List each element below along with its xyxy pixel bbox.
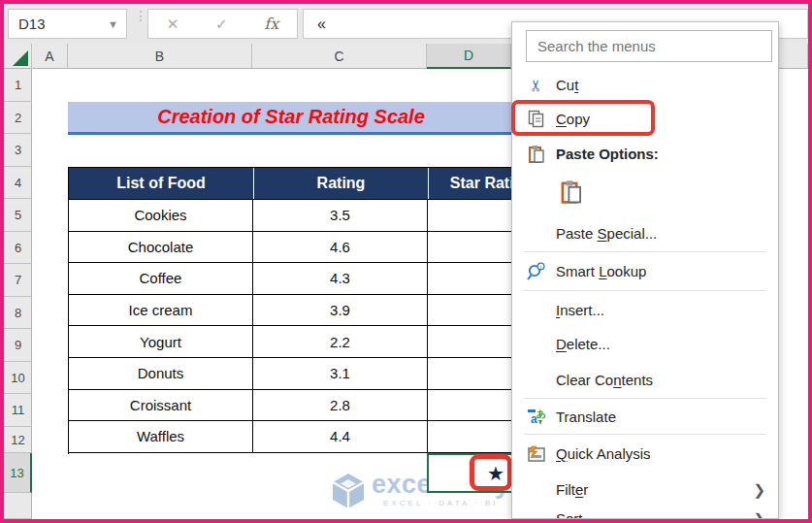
star-rating-cell[interactable] [428, 358, 515, 389]
row-header-11[interactable]: 11 [4, 394, 32, 427]
row-header-10[interactable]: 10 [4, 362, 32, 394]
food-rating-table: List of FoodRatingStar Rating Cookies3.5… [68, 167, 515, 454]
food-cell[interactable]: Croissant [69, 390, 253, 421]
exceldemy-logo-icon [331, 472, 366, 510]
menu-item-label: Cut [556, 77, 578, 93]
food-cell[interactable]: Yogurt [69, 326, 253, 357]
row-header-7[interactable]: 7 [4, 264, 32, 297]
food-cell[interactable]: Cookies [69, 200, 253, 231]
menu-item-label: Delete... [556, 336, 610, 352]
submenu-chevron-icon: ❯ [753, 510, 765, 520]
table-header-cell: Rating [253, 168, 428, 199]
rating-cell[interactable]: 4.3 [253, 263, 428, 294]
formula-bar-value: « [317, 16, 326, 33]
column-header-C[interactable]: C [252, 44, 427, 69]
menu-item-label: Clear Contents [556, 372, 653, 388]
smart-lookup-icon: i [522, 262, 551, 281]
column-header-A[interactable]: A [32, 44, 68, 69]
row-header-1[interactable]: 1 [4, 69, 32, 102]
rating-cell[interactable]: 3.5 [253, 200, 428, 231]
row-header-13[interactable]: 13 [4, 453, 32, 493]
watermark-tagline: EXCEL · DATA · BI [372, 499, 510, 507]
menu-item-translate[interactable]: aあTranslate [512, 400, 778, 434]
insert-function-icon[interactable]: fx [264, 15, 278, 33]
food-cell[interactable]: Ice cream [69, 295, 253, 326]
food-cell[interactable]: Waffles [69, 421, 253, 452]
menu-item-label: Translate [556, 409, 616, 425]
submenu-chevron-icon: ❯ [753, 481, 765, 499]
rating-cell[interactable]: 3.9 [253, 295, 428, 326]
menu-item-label: Paste Options: [556, 146, 659, 162]
menu-item-smart-lookup[interactable]: iSmart Lookup [512, 254, 778, 288]
menu-item-clear-contents[interactable]: Clear Contents [512, 363, 778, 397]
table-header-cell: Star Rating [428, 168, 515, 199]
menu-item-paste[interactable] [512, 174, 778, 211]
star-rating-cell[interactable] [428, 200, 515, 231]
name-box-value: D13 [18, 16, 46, 32]
menu-item-label: Filter [556, 481, 588, 498]
row-header-9[interactable]: 9 [4, 329, 32, 362]
star-rating-cell[interactable] [428, 263, 515, 294]
context-menu: ✂CutCopyPaste Options:Paste Special...iS… [511, 21, 779, 519]
column-header-D[interactable]: D [427, 44, 511, 69]
name-box-dropdown-icon[interactable]: ▼ [108, 18, 118, 30]
sheet-title: Creation of Star Rating Scale [157, 106, 425, 128]
menu-separator [524, 434, 766, 435]
menu-item-quick-analysis[interactable]: Quick Analysis [512, 437, 778, 471]
excel-window: D13 ▼ ⋮ ✕ ✓ fx « ABCD 12345678910111213 … [0, 0, 812, 523]
row-header-2[interactable]: 2 [4, 102, 32, 134]
cancel-icon[interactable]: ✕ [167, 16, 179, 33]
rating-cell[interactable]: 4.4 [253, 421, 428, 452]
select-all-corner[interactable] [4, 44, 32, 69]
row-header-partial[interactable] [4, 493, 32, 519]
row-header-strip: 12345678910111213 [4, 69, 32, 519]
menu-item-label: Smart Lookup [556, 263, 646, 279]
rating-cell[interactable]: 4.6 [253, 232, 428, 263]
menu-item-sort[interactable]: Sort❯ [512, 502, 778, 519]
row-header-3[interactable]: 3 [4, 134, 32, 167]
name-box[interactable]: D13 ▼ [8, 9, 127, 39]
rating-cell[interactable]: 3.1 [253, 358, 428, 389]
rating-cell[interactable]: 2.8 [253, 390, 428, 421]
menu-separator [524, 251, 766, 252]
scissors-icon: ✂ [522, 78, 551, 93]
row-header-12[interactable]: 12 [4, 427, 32, 453]
table-row: Waffles4.4 [69, 421, 515, 453]
enter-icon[interactable]: ✓ [215, 16, 228, 33]
menu-item-label: Quick Analysis [556, 445, 651, 462]
table-row: Coffee4.3 [69, 263, 515, 295]
food-cell[interactable]: Coffee [69, 263, 253, 294]
star-rating-cell[interactable] [428, 390, 515, 421]
menu-item-label: Paste Special... [556, 225, 657, 242]
row-header-5[interactable]: 5 [4, 199, 32, 232]
clipboard-icon [522, 145, 551, 164]
table-body: Cookies3.5Chocolate4.6Coffee4.3Ice cream… [69, 200, 515, 453]
table-row: Cookies3.5 [69, 200, 515, 232]
table-header-cell: List of Food [69, 168, 253, 199]
menu-item-delete[interactable]: Delete... [512, 327, 778, 361]
menu-item-paste-options[interactable]: Paste Options: [512, 137, 778, 171]
search-input[interactable] [526, 30, 772, 62]
menu-item-label: Insert... [556, 302, 604, 318]
menu-item-insert[interactable]: Insert... [512, 293, 778, 327]
select-all-icon [13, 50, 28, 66]
svg-text:あ: あ [536, 409, 546, 419]
star-highlight-box [470, 454, 512, 491]
star-rating-cell[interactable] [428, 421, 515, 452]
svg-text:i: i [540, 263, 541, 269]
row-header-6[interactable]: 6 [4, 232, 32, 264]
menu-item-paste-special[interactable]: Paste Special... [512, 216, 778, 250]
toolbar-separator-dots: ⋮ [134, 12, 147, 19]
menu-item-cut[interactable]: ✂Cut [512, 68, 778, 102]
star-rating-cell[interactable] [428, 295, 515, 326]
row-header-4[interactable]: 4 [4, 167, 32, 199]
table-header-row: List of FoodRatingStar Rating [69, 167, 515, 200]
food-cell[interactable]: Chocolate [69, 232, 253, 263]
clipboard-large-icon [557, 180, 586, 205]
column-header-B[interactable]: B [68, 44, 252, 69]
food-cell[interactable]: Donuts [69, 358, 253, 389]
star-rating-cell[interactable] [428, 232, 515, 263]
rating-cell[interactable]: 2.2 [253, 326, 428, 357]
row-header-8[interactable]: 8 [4, 297, 32, 329]
star-rating-cell[interactable] [428, 326, 515, 357]
